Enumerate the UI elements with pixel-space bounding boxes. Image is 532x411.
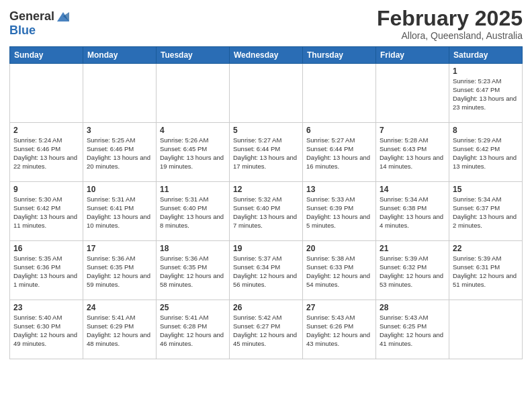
day-number: 14 [380, 185, 445, 194]
calendar-cell: 11Sunrise: 5:31 AM Sunset: 6:40 PM Dayli… [157, 182, 230, 241]
day-info: Sunrise: 5:28 AM Sunset: 6:43 PM Dayligh… [380, 136, 445, 171]
calendar-header-friday: Friday [376, 47, 449, 64]
title-block: February 2025 Allora, Queensland, Austra… [377, 7, 523, 41]
calendar-cell [230, 64, 303, 123]
day-info: Sunrise: 5:39 AM Sunset: 6:32 PM Dayligh… [380, 255, 445, 289]
location: Allora, Queensland, Australia [377, 30, 523, 41]
calendar-cell: 7Sunrise: 5:28 AM Sunset: 6:43 PM Daylig… [376, 123, 449, 182]
calendar-cell: 27Sunrise: 5:43 AM Sunset: 6:26 PM Dayli… [303, 300, 376, 359]
logo-icon [56, 9, 71, 24]
day-info: Sunrise: 5:33 AM Sunset: 6:39 PM Dayligh… [306, 195, 372, 230]
calendar-header-monday: Monday [83, 47, 157, 64]
calendar: SundayMondayTuesdayWednesdayThursdayFrid… [9, 46, 523, 359]
calendar-cell: 19Sunrise: 5:37 AM Sunset: 6:34 PM Dayli… [230, 241, 303, 300]
day-info: Sunrise: 5:27 AM Sunset: 6:44 PM Dayligh… [233, 136, 299, 171]
day-info: Sunrise: 5:34 AM Sunset: 6:37 PM Dayligh… [453, 195, 519, 230]
calendar-cell: 13Sunrise: 5:33 AM Sunset: 6:39 PM Dayli… [303, 182, 376, 241]
calendar-cell: 25Sunrise: 5:41 AM Sunset: 6:28 PM Dayli… [157, 300, 230, 359]
day-number: 18 [160, 244, 226, 253]
calendar-cell: 23Sunrise: 5:40 AM Sunset: 6:30 PM Dayli… [10, 300, 83, 359]
day-info: Sunrise: 5:26 AM Sunset: 6:45 PM Dayligh… [160, 136, 226, 171]
day-number: 17 [87, 244, 152, 253]
day-info: Sunrise: 5:32 AM Sunset: 6:40 PM Dayligh… [233, 195, 299, 230]
day-number: 9 [13, 185, 79, 194]
calendar-cell: 2Sunrise: 5:24 AM Sunset: 6:46 PM Daylig… [10, 123, 83, 182]
calendar-cell: 12Sunrise: 5:32 AM Sunset: 6:40 PM Dayli… [230, 182, 303, 241]
day-info: Sunrise: 5:37 AM Sunset: 6:34 PM Dayligh… [233, 255, 299, 289]
calendar-header-tuesday: Tuesday [157, 47, 230, 64]
calendar-cell [449, 300, 523, 359]
day-number: 16 [13, 244, 79, 253]
calendar-cell: 5Sunrise: 5:27 AM Sunset: 6:44 PM Daylig… [230, 123, 303, 182]
day-number: 15 [453, 185, 519, 194]
logo-blue: Blue [9, 24, 71, 38]
day-info: Sunrise: 5:23 AM Sunset: 6:47 PM Dayligh… [453, 77, 519, 111]
day-number: 28 [380, 303, 445, 312]
calendar-cell: 26Sunrise: 5:42 AM Sunset: 6:27 PM Dayli… [230, 300, 303, 359]
calendar-week-3: 16Sunrise: 5:35 AM Sunset: 6:36 PM Dayli… [10, 241, 523, 300]
day-number: 3 [87, 126, 152, 135]
day-info: Sunrise: 5:36 AM Sunset: 6:35 PM Dayligh… [160, 255, 226, 289]
day-number: 22 [453, 244, 519, 253]
calendar-week-4: 23Sunrise: 5:40 AM Sunset: 6:30 PM Dayli… [10, 300, 523, 359]
day-info: Sunrise: 5:40 AM Sunset: 6:30 PM Dayligh… [13, 314, 79, 348]
month-title: February 2025 [377, 7, 523, 30]
day-info: Sunrise: 5:36 AM Sunset: 6:35 PM Dayligh… [87, 255, 152, 289]
day-number: 12 [233, 185, 299, 194]
day-info: Sunrise: 5:43 AM Sunset: 6:25 PM Dayligh… [380, 314, 445, 348]
logo: General Blue [9, 9, 71, 38]
calendar-week-2: 9Sunrise: 5:30 AM Sunset: 6:42 PM Daylig… [10, 182, 523, 241]
day-number: 11 [160, 185, 226, 194]
calendar-cell: 21Sunrise: 5:39 AM Sunset: 6:32 PM Dayli… [376, 241, 449, 300]
calendar-cell: 16Sunrise: 5:35 AM Sunset: 6:36 PM Dayli… [10, 241, 83, 300]
calendar-header-thursday: Thursday [303, 47, 376, 64]
calendar-cell: 14Sunrise: 5:34 AM Sunset: 6:38 PM Dayli… [376, 182, 449, 241]
day-info: Sunrise: 5:41 AM Sunset: 6:28 PM Dayligh… [160, 314, 226, 348]
calendar-cell: 3Sunrise: 5:25 AM Sunset: 6:46 PM Daylig… [83, 123, 157, 182]
calendar-cell: 10Sunrise: 5:31 AM Sunset: 6:41 PM Dayli… [83, 182, 157, 241]
day-number: 2 [13, 126, 79, 135]
calendar-cell [157, 64, 230, 123]
day-info: Sunrise: 5:39 AM Sunset: 6:31 PM Dayligh… [453, 255, 519, 289]
day-number: 19 [233, 244, 299, 253]
day-number: 20 [306, 244, 372, 253]
day-info: Sunrise: 5:42 AM Sunset: 6:27 PM Dayligh… [233, 314, 299, 348]
calendar-cell: 17Sunrise: 5:36 AM Sunset: 6:35 PM Dayli… [83, 241, 157, 300]
calendar-header-row: SundayMondayTuesdayWednesdayThursdayFrid… [10, 47, 523, 64]
header: General Blue February 2025 Allora, Queen… [9, 7, 523, 41]
day-number: 13 [306, 185, 372, 194]
day-info: Sunrise: 5:27 AM Sunset: 6:44 PM Dayligh… [306, 136, 372, 171]
day-number: 23 [13, 303, 79, 312]
calendar-header-sunday: Sunday [10, 47, 83, 64]
day-info: Sunrise: 5:25 AM Sunset: 6:46 PM Dayligh… [87, 136, 152, 171]
day-info: Sunrise: 5:38 AM Sunset: 6:33 PM Dayligh… [306, 255, 372, 289]
calendar-cell [376, 64, 449, 123]
day-info: Sunrise: 5:43 AM Sunset: 6:26 PM Dayligh… [306, 314, 372, 348]
logo-general: General [9, 10, 54, 24]
day-info: Sunrise: 5:31 AM Sunset: 6:40 PM Dayligh… [160, 195, 226, 230]
day-number: 10 [87, 185, 152, 194]
day-info: Sunrise: 5:34 AM Sunset: 6:38 PM Dayligh… [380, 195, 445, 230]
calendar-week-1: 2Sunrise: 5:24 AM Sunset: 6:46 PM Daylig… [10, 123, 523, 182]
day-number: 6 [306, 126, 372, 135]
calendar-cell: 15Sunrise: 5:34 AM Sunset: 6:37 PM Dayli… [449, 182, 523, 241]
calendar-cell: 28Sunrise: 5:43 AM Sunset: 6:25 PM Dayli… [376, 300, 449, 359]
day-info: Sunrise: 5:41 AM Sunset: 6:29 PM Dayligh… [87, 314, 152, 348]
day-number: 24 [87, 303, 152, 312]
calendar-cell: 8Sunrise: 5:29 AM Sunset: 6:42 PM Daylig… [449, 123, 523, 182]
day-info: Sunrise: 5:35 AM Sunset: 6:36 PM Dayligh… [13, 255, 79, 289]
calendar-cell: 6Sunrise: 5:27 AM Sunset: 6:44 PM Daylig… [303, 123, 376, 182]
day-info: Sunrise: 5:30 AM Sunset: 6:42 PM Dayligh… [13, 195, 79, 230]
calendar-cell: 24Sunrise: 5:41 AM Sunset: 6:29 PM Dayli… [83, 300, 157, 359]
calendar-cell: 22Sunrise: 5:39 AM Sunset: 6:31 PM Dayli… [449, 241, 523, 300]
day-number: 7 [380, 126, 445, 135]
day-info: Sunrise: 5:24 AM Sunset: 6:46 PM Dayligh… [13, 136, 79, 171]
day-number: 1 [453, 66, 519, 76]
day-number: 5 [233, 126, 299, 135]
calendar-cell: 18Sunrise: 5:36 AM Sunset: 6:35 PM Dayli… [157, 241, 230, 300]
day-number: 26 [233, 303, 299, 312]
page: General Blue February 2025 Allora, Queen… [0, 0, 532, 411]
calendar-cell [303, 64, 376, 123]
calendar-cell [83, 64, 157, 123]
day-number: 27 [306, 303, 372, 312]
